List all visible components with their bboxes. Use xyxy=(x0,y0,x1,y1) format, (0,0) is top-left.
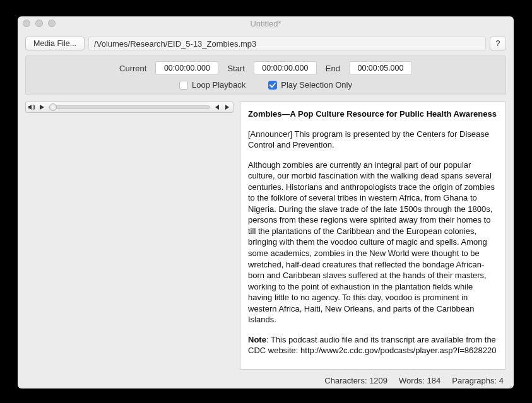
transcript-column: Zombies—A Pop Culture Resource for Publi… xyxy=(240,102,506,370)
window-title: Untitled* xyxy=(18,19,514,28)
checkbox-icon xyxy=(179,81,188,90)
window-controls xyxy=(23,20,56,27)
media-column xyxy=(25,102,233,370)
app-window: Untitled* Media File... /Volumes/Researc… xyxy=(18,16,514,388)
play-selection-label: Play Selection Only xyxy=(281,80,352,90)
time-row: Current 00:00:00.000 Start 00:00:00.000 … xyxy=(32,61,499,75)
current-time-field[interactable]: 00:00:00.000 xyxy=(155,61,218,75)
media-file-button[interactable]: Media File... xyxy=(25,37,85,50)
play-selection-checkbox[interactable]: Play Selection Only xyxy=(268,80,352,90)
seek-slider[interactable] xyxy=(49,105,210,109)
loop-playback-checkbox[interactable]: Loop Playback xyxy=(179,80,245,90)
help-button[interactable]: ? xyxy=(490,37,506,50)
end-time-field[interactable]: 00:00:05.000 xyxy=(349,61,412,75)
titlebar: Untitled* xyxy=(18,16,514,30)
playback-panel: Current 00:00:00.000 Start 00:00:00.000 … xyxy=(25,55,506,95)
zoom-icon[interactable] xyxy=(48,20,56,27)
transcript-note: Note: This podcast audio file and its tr… xyxy=(248,334,498,356)
note-body: : This podcast audio file and its transc… xyxy=(248,335,496,356)
start-label: Start xyxy=(227,64,244,73)
media-path-text: /Volumes/Research/EID_5-13_Zombies.mp3 xyxy=(94,39,256,49)
loop-playback-label: Loop Playback xyxy=(192,80,245,90)
media-player xyxy=(25,102,233,113)
mute-icon[interactable] xyxy=(27,103,36,112)
transcript-paragraph: Although zombies are currently an integr… xyxy=(248,160,498,325)
word-count: Words: 184 xyxy=(399,376,440,385)
transcript-textarea[interactable]: Zombies—A Pop Culture Resource for Publi… xyxy=(240,102,506,370)
next-icon[interactable] xyxy=(223,103,232,112)
end-label: End xyxy=(326,64,340,73)
transcript-heading: Zombies—A Pop Culture Resource for Publi… xyxy=(248,108,498,120)
start-time-field[interactable]: 00:00:00.000 xyxy=(254,61,317,75)
toolbar: Media File... /Volumes/Research/EID_5-13… xyxy=(18,30,514,55)
content-area: Zombies—A Pop Culture Resource for Publi… xyxy=(18,102,514,372)
prev-icon[interactable] xyxy=(213,103,222,112)
seek-thumb-icon[interactable] xyxy=(49,103,57,111)
char-count: Characters: 1209 xyxy=(324,376,387,385)
play-icon[interactable] xyxy=(37,103,46,112)
paragraph-count: Paragraphs: 4 xyxy=(452,376,504,385)
media-path-field[interactable]: /Volumes/Research/EID_5-13_Zombies.mp3 xyxy=(88,37,486,50)
options-row: Loop Playback Play Selection Only xyxy=(32,80,499,90)
minimize-icon[interactable] xyxy=(35,20,43,27)
close-icon[interactable] xyxy=(23,20,30,27)
transcript-paragraph: [Announcer] This program is presented by… xyxy=(248,129,498,151)
resize-handle-icon[interactable] xyxy=(504,379,512,387)
checkbox-icon xyxy=(268,81,277,90)
current-label: Current xyxy=(119,64,146,73)
status-bar: Characters: 1209 Words: 184 Paragraphs: … xyxy=(18,372,514,388)
note-label: Note xyxy=(248,335,266,344)
